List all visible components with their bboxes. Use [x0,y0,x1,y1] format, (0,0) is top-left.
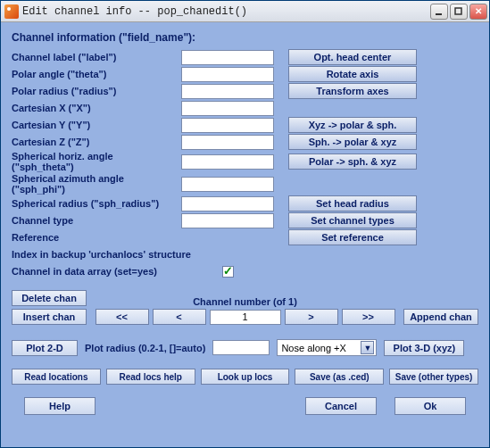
titlebar: Edit channel info -- pop_chanedit() ✕ [1,1,489,22]
type-label: Channel type [12,215,167,226]
set-reference-button[interactable]: Set reference [288,229,417,245]
window: Edit channel info -- pop_chanedit() ✕ Ch… [0,0,490,448]
content: Channel information ("field_name"): Chan… [1,22,489,422]
x-input[interactable] [181,101,274,116]
plot-row: Plot 2-D Plot radius (0.2-1, []=auto) No… [12,339,478,356]
in-data-label: Channel in data array (set=yes) [12,266,167,277]
io-row: Read locations Read locs help Look up lo… [12,369,478,385]
y-label: Cartesian Y ("Y") [12,120,167,130]
theta-label: Polar angle ("theta") [12,69,167,79]
label-label: Channel label ("label") [12,52,167,62]
last-chan-button[interactable]: >> [342,309,395,325]
delete-chan-button[interactable]: Delete chan [12,290,87,306]
cancel-button[interactable]: Cancel [305,397,377,415]
reference-label: Reference [12,232,167,243]
sph-radius-label: Spherical radius ("sph_radius") [12,198,167,209]
save-ced-button[interactable]: Save (as .ced) [295,369,384,385]
plot-2d-button[interactable]: Plot 2-D [12,340,78,356]
read-locs-help-button[interactable]: Read locs help [106,369,195,385]
help-button[interactable]: Help [24,397,96,415]
insert-chan-button[interactable]: Insert chan [12,309,87,325]
in-data-checkbox[interactable] [222,266,234,278]
window-controls: ✕ [430,4,487,20]
set-channel-types-button[interactable]: Set channel types [288,212,417,228]
svg-rect-1 [455,8,461,14]
next-chan-button[interactable]: > [285,309,338,325]
minimize-icon [435,7,444,16]
look-up-locs-button[interactable]: Look up locs [201,369,290,385]
sph-theta-input[interactable] [181,154,274,170]
sph-phi-label: Spherical azimuth angle ("sph_phi") [12,173,167,195]
spacer [288,100,417,116]
x-label: Cartesian X ("X") [12,103,167,113]
polar-to-sph-xyz-button[interactable]: Polar -> sph. & xyz [288,153,417,170]
z-input[interactable] [181,135,274,150]
channel-number-label: Channel number (of 1) [193,296,297,307]
spacer [181,229,274,245]
svg-rect-0 [436,13,442,15]
urchan-label: Index in backup 'urchanlocs' structure [12,249,274,260]
type-input[interactable] [181,213,274,228]
window-title: Edit channel info -- pop_chanedit() [22,5,430,18]
ok-button[interactable]: Ok [394,397,466,415]
first-chan-button[interactable]: << [96,309,149,325]
rotate-axis-button[interactable]: Rotate axis [288,66,417,82]
bottom-row: Help Cancel Ok [12,397,478,415]
read-locations-button[interactable]: Read locations [12,369,101,385]
label-input[interactable] [181,50,274,65]
save-other-types-button[interactable]: Save (other types) [389,369,478,385]
nose-along-value: Nose along +X [281,343,345,353]
sph-radius-input[interactable] [181,196,274,212]
section-heading: Channel information ("field_name"): [12,31,478,44]
z-label: Cartesian Z ("Z") [12,137,167,147]
y-input[interactable] [181,118,274,133]
plot-radius-input[interactable] [212,340,270,355]
theta-input[interactable] [181,67,274,82]
radius-label: Polar radius ("radius") [12,86,167,96]
chevron-down-icon: ▼ [361,341,374,354]
nose-along-select[interactable]: Nose along +X ▼ [277,339,377,356]
set-head-radius-button[interactable]: Set head radius [288,195,417,212]
maximize-button[interactable] [450,4,468,20]
opt-head-center-button[interactable]: Opt. head center [288,49,417,65]
plot-radius-label: Plot radius (0.2-1, []=auto) [85,343,205,353]
channel-number-input[interactable] [210,310,281,325]
prev-chan-button[interactable]: < [153,309,206,325]
sph-to-polar-xyz-button[interactable]: Sph. -> polar & xyz [288,134,417,150]
spacer [288,263,417,279]
in-data-checkbox-wrap [181,266,274,278]
spacer [288,176,417,192]
close-button[interactable]: ✕ [469,4,487,20]
xyz-to-polar-sph-button[interactable]: Xyz -> polar & sph. [288,117,417,133]
spacer [288,246,417,262]
field-grid: Channel label ("label") Opt. head center… [12,49,478,279]
plot-3d-button[interactable]: Plot 3-D (xyz) [384,340,464,356]
sph-phi-input[interactable] [181,177,274,192]
radius-input[interactable] [181,84,274,99]
matlab-icon [4,4,19,19]
maximize-icon [454,7,463,16]
sph-theta-label: Spherical horiz. angle ("sph_theta") [12,151,167,172]
transform-axes-button[interactable]: Transform axes [288,83,417,99]
minimize-button[interactable] [430,4,448,20]
append-chan-button[interactable]: Append chan [403,309,478,325]
